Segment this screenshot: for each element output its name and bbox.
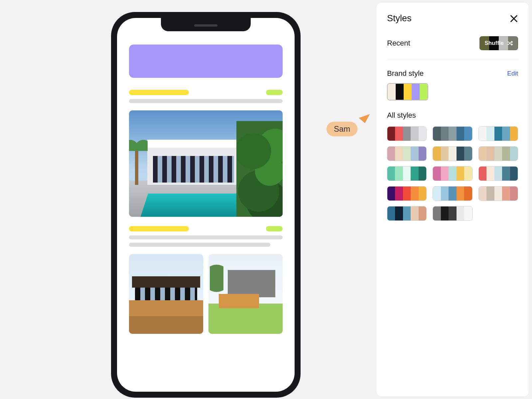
text-line xyxy=(129,235,283,239)
tag-placeholder xyxy=(266,226,283,231)
palette-swatch[interactable] xyxy=(387,166,427,181)
palette-swatch[interactable] xyxy=(478,186,518,201)
palette-swatch[interactable] xyxy=(387,126,427,141)
palette-swatch[interactable] xyxy=(387,206,427,221)
palette-swatch[interactable] xyxy=(478,146,518,161)
hero-banner xyxy=(129,45,283,78)
palette-swatch[interactable] xyxy=(433,126,472,141)
title-placeholder xyxy=(129,226,189,231)
palette-swatch[interactable] xyxy=(387,186,427,201)
featured-image xyxy=(129,110,283,217)
meta-row xyxy=(129,90,283,95)
phone-frame xyxy=(111,12,301,398)
shuffle-button[interactable]: Shuffle xyxy=(479,36,518,50)
palette-swatch[interactable] xyxy=(433,166,472,181)
close-icon[interactable] xyxy=(509,14,518,23)
brand-palette-swatch[interactable] xyxy=(387,83,428,100)
text-line xyxy=(129,243,270,247)
palette-swatch[interactable] xyxy=(478,166,518,181)
styles-panel: Styles Recent Shuffle Brand style Edit xyxy=(376,3,529,396)
all-styles-grid xyxy=(387,126,518,221)
image-grid xyxy=(129,254,283,334)
palette-swatch[interactable] xyxy=(433,206,472,221)
phone-content xyxy=(117,18,295,392)
collaborator-cursor: Sam xyxy=(327,114,369,136)
cursor-pointer-icon xyxy=(359,110,371,123)
title-placeholder xyxy=(129,90,189,95)
divider xyxy=(387,59,518,59)
palette-swatch[interactable] xyxy=(478,126,518,141)
cursor-name-tag: Sam xyxy=(327,122,357,136)
grid-image xyxy=(129,254,203,334)
shuffle-icon xyxy=(507,41,513,46)
text-line xyxy=(129,99,283,103)
brand-style-label: Brand style xyxy=(387,69,424,78)
phone-screen xyxy=(117,18,295,392)
palette-swatch[interactable] xyxy=(433,146,472,161)
tag-placeholder xyxy=(266,90,283,95)
palette-swatch[interactable] xyxy=(387,146,427,161)
meta-row xyxy=(129,226,283,231)
shuffle-button-label: Shuffle xyxy=(484,40,504,47)
edit-link[interactable]: Edit xyxy=(507,70,518,77)
panel-title: Styles xyxy=(387,13,412,24)
palette-swatch[interactable] xyxy=(433,186,472,201)
all-styles-label: All styles xyxy=(387,111,518,120)
recent-label: Recent xyxy=(387,39,410,48)
grid-image xyxy=(208,254,283,334)
